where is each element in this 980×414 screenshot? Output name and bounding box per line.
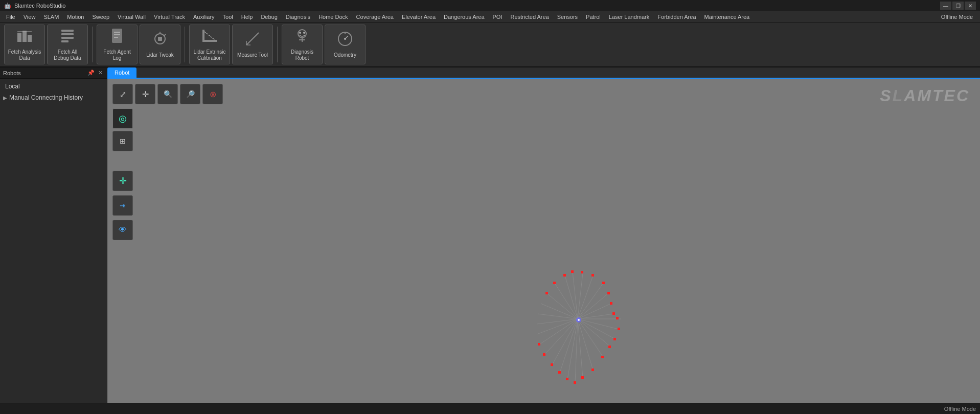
menu-item-patrol[interactable]: Patrol <box>582 13 605 21</box>
sidebar-title: Robots <box>3 70 21 76</box>
zoom-out-button[interactable]: 🔍 <box>157 84 178 104</box>
layers-button[interactable]: ⊞ <box>112 131 133 151</box>
toolbar-button-measure-tool[interactable]: Measure Tool <box>232 25 273 64</box>
move-button[interactable]: ✛ <box>112 171 133 191</box>
svg-line-48 <box>544 319 578 355</box>
center-button[interactable]: ✛ <box>135 84 155 104</box>
menu-item-debug[interactable]: Debug <box>257 13 281 21</box>
svg-rect-15 <box>158 37 162 41</box>
menu-item-sweep[interactable]: Sweep <box>88 13 113 21</box>
menu-item-tool[interactable]: Tool <box>219 13 237 21</box>
measure-tool-label: Measure Tool <box>237 52 268 58</box>
toolbar-button-fetch-agent-log[interactable]: Fetch Agent Log <box>97 25 138 64</box>
svg-point-23 <box>299 32 301 34</box>
toolbar-button-fetch-all-debug[interactable]: Fetch All Debug Data <box>47 25 88 64</box>
follow-button[interactable]: ⇥ <box>112 195 133 216</box>
menu-item-help[interactable]: Help <box>237 13 257 21</box>
svg-rect-11 <box>114 37 118 38</box>
status-bar: Offline Mode <box>0 403 980 414</box>
menu-item-auxiliary[interactable]: Auxiliary <box>189 13 219 21</box>
svg-rect-17 <box>202 30 204 42</box>
vtoolbar-row1: ⤢ ✛ 🔍 🔎 ⊗ <box>112 84 223 104</box>
toolbar-button-fetch-analysis[interactable]: Fetch Analysis Data <box>4 25 45 64</box>
sidebar-item-manual-history[interactable]: ▶ Manual Connecting History <box>0 92 107 103</box>
svg-line-55 <box>555 283 578 319</box>
menu-item-home-dock[interactable]: Home Dock <box>314 13 352 21</box>
svg-rect-63 <box>612 312 615 315</box>
svg-rect-79 <box>563 274 566 277</box>
measure-tool-icon <box>244 31 261 50</box>
eye-button[interactable]: 👁 <box>112 220 133 240</box>
fetch-analysis-icon <box>16 28 33 47</box>
title-bar: 🤖 Slamtec RoboStudio — ❐ ✕ <box>0 0 980 11</box>
vtoolbar: ⤢ ✛ 🔍 🔎 ⊗ ◎ ⊞ ✛ ⇥ 👁 <box>112 84 223 240</box>
stop-button[interactable]: ⊗ <box>202 84 223 104</box>
menu-item-coverage-area[interactable]: Coverage Area <box>352 13 398 21</box>
vtoolbar-row2: ◎ ⊞ <box>112 108 223 151</box>
svg-line-54 <box>547 293 578 319</box>
maximize-button[interactable]: ❐ <box>952 2 964 10</box>
svg-line-50 <box>537 319 578 334</box>
toolbar-button-diagnosis-robot[interactable]: Diagnosis Robot <box>282 25 323 64</box>
toolbar-button-odometry[interactable]: Odometry <box>325 25 366 64</box>
svg-rect-80 <box>571 270 574 273</box>
menu-item-dangerous-area[interactable]: Dangerous Area <box>440 13 489 21</box>
menu-item-sensors[interactable]: Sensors <box>553 13 582 21</box>
svg-line-46 <box>560 319 578 373</box>
map-view-button[interactable]: ◎ <box>112 108 133 129</box>
lidar-extrinsic-icon <box>201 28 218 47</box>
local-label: Local <box>5 83 20 90</box>
manual-history-label: Manual Connecting History <box>9 94 83 101</box>
svg-rect-9 <box>114 32 120 33</box>
close-button[interactable]: ✕ <box>965 2 976 10</box>
svg-line-41 <box>578 319 603 357</box>
menu-item-diagnosis[interactable]: Diagnosis <box>282 13 314 21</box>
map-area[interactable]: ⤢ ✛ 🔍 🔎 ⊗ ◎ ⊞ ✛ ⇥ 👁 <box>107 79 980 403</box>
fetch-agent-log-icon <box>109 28 125 47</box>
svg-rect-65 <box>618 328 620 330</box>
menu-item-file[interactable]: File <box>2 13 19 21</box>
menu-item-restricted-area[interactable]: Restricted Area <box>506 13 553 21</box>
menu-item-virtual-wall[interactable]: Virtual Wall <box>113 13 150 21</box>
zoom-in-button[interactable]: 🔎 <box>180 84 200 104</box>
svg-rect-66 <box>613 338 616 340</box>
menu-item-virtual-track[interactable]: Virtual Track <box>150 13 189 21</box>
menu-item-slam[interactable]: SLAM <box>39 13 63 21</box>
svg-rect-74 <box>551 363 553 366</box>
svg-rect-59 <box>591 274 594 277</box>
title-bar-controls: — ❐ ✕ <box>940 2 976 10</box>
vtoolbar-spacer: ✛ <box>112 171 223 191</box>
minimize-button[interactable]: — <box>940 2 951 10</box>
expand-arrow-icon: ▶ <box>3 95 7 101</box>
sidebar-pin-button[interactable]: 📌 <box>87 70 95 77</box>
main-area: Robots 📌 ✕ Local ▶ Manual Connecting His… <box>0 67 980 403</box>
menu-item-maintenance-area[interactable]: Maintenance Area <box>700 13 754 21</box>
tab-robot[interactable]: Robot <box>107 67 136 78</box>
svg-rect-64 <box>616 317 619 319</box>
sidebar-content: Local ▶ Manual Connecting History <box>0 79 107 105</box>
sidebar-item-local[interactable]: Local <box>0 81 107 92</box>
sidebar-header: Robots 📌 ✕ <box>0 67 107 79</box>
svg-line-14 <box>164 34 166 36</box>
odometry-icon <box>337 31 353 50</box>
svg-rect-5 <box>61 33 74 35</box>
menu-item-forbidden-area[interactable]: Forbidden Area <box>653 13 700 21</box>
fetch-agent-log-label: Fetch Agent Log <box>99 49 135 61</box>
svg-rect-62 <box>610 302 612 305</box>
expand-button[interactable]: ⤢ <box>112 84 133 104</box>
svg-rect-69 <box>591 369 594 371</box>
sidebar-close-button[interactable]: ✕ <box>97 70 104 77</box>
svg-point-24 <box>303 32 305 34</box>
menu-item-elevator-area[interactable]: Elevator Area <box>398 13 440 21</box>
app-title: Slamtec RoboStudio <box>14 3 65 9</box>
toolbar-button-lidar-extrinsic[interactable]: Lidar Extrinsic Calibration <box>189 25 230 64</box>
menu-item-motion[interactable]: Motion <box>63 13 88 21</box>
svg-rect-61 <box>607 292 610 294</box>
menu-item-poi[interactable]: POI <box>489 13 507 21</box>
menu-item-laser-landmark[interactable]: Laser Landmark <box>605 13 654 21</box>
menu-item-view[interactable]: View <box>19 13 40 21</box>
svg-rect-8 <box>112 29 122 43</box>
svg-rect-75 <box>543 353 545 356</box>
toolbar-button-lidar-tweak[interactable]: Lidar Tweak <box>140 25 180 64</box>
menu-bar: FileViewSLAMMotionSweepVirtual WallVirtu… <box>0 11 980 22</box>
